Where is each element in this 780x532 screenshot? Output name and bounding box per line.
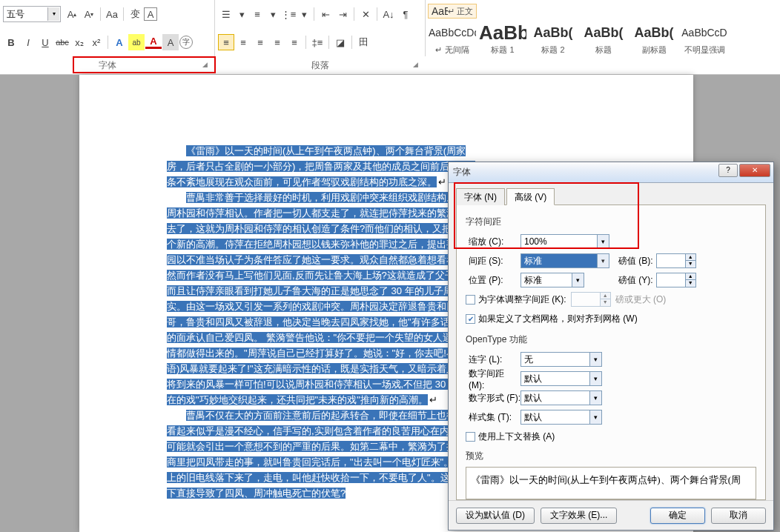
section-char-spacing: 字符间距 — [466, 216, 756, 228]
numform-label: 数字形式 (F): — [466, 392, 520, 405]
group-styles: AaBbCcDd↵ 正文AaBbCcDd↵ 无间隔AaBb标题 1AaBb(标题… — [426, 0, 780, 56]
superscript-button[interactable]: x² — [88, 34, 105, 50]
ligature-select[interactable]: 无▾ — [520, 352, 602, 367]
bullets-button[interactable]: ☰ — [218, 6, 234, 22]
style-6[interactable]: AaBbCcD不明显强调 — [680, 20, 729, 61]
char-shading-button[interactable]: A — [162, 34, 179, 50]
scale-select[interactable]: 100%▾ — [520, 234, 609, 249]
kerning-spinner: ▲▼ — [571, 292, 611, 307]
align-justify-button[interactable]: ≡ — [269, 34, 285, 50]
style-1[interactable]: AaBbCcDd↵ 无间隔 — [428, 20, 477, 61]
numspacing-select[interactable]: 默认▾ — [520, 371, 602, 386]
font-dialog: 字体 ? ✕ 字体 (N) 高级 (V) 字符间距 缩放 (C): 100%▾ … — [448, 162, 774, 531]
style-4[interactable]: AaBb(标题 — [579, 20, 628, 61]
spacing-pt-label: 磅值 (B): — [618, 255, 653, 267]
tab-advanced[interactable]: 高级 (V) — [506, 188, 555, 205]
scale-label: 缩放 (C): — [466, 236, 520, 248]
spacing-select[interactable]: 标准▾ — [520, 253, 609, 268]
change-case-button[interactable]: Aa — [104, 6, 120, 22]
tab-font[interactable]: 字体 (N) — [456, 188, 505, 205]
set-default-button[interactable]: 设为默认值 (D) — [456, 508, 535, 524]
text-effect-button[interactable]: A — [111, 34, 128, 50]
chevron-down-icon[interactable]: ▾ — [235, 6, 248, 22]
dialog-footer: 设为默认值 (D) 文字效果 (E)... 确定 取消 — [449, 500, 773, 530]
style-3[interactable]: AaBb(标题 2 — [529, 20, 578, 61]
bold-button[interactable]: B — [3, 34, 19, 50]
numform-select[interactable]: 默认▾ — [520, 390, 602, 405]
snap-grid-checkbox[interactable]: ✔ — [466, 314, 475, 324]
subscript-button[interactable]: x₂ — [71, 34, 87, 50]
enclose-char-button[interactable]: 字 — [179, 36, 193, 49]
style-0[interactable]: AaBbCcDd↵ 正文 — [428, 4, 477, 19]
ok-button[interactable]: 确定 — [650, 508, 705, 524]
dialog-launcher-icon[interactable]: ◢ — [413, 61, 423, 70]
close-button[interactable]: ✕ — [739, 164, 770, 177]
highlight-button[interactable]: ab — [128, 34, 145, 50]
font-size-value: 五号 — [7, 8, 24, 21]
underline-button[interactable]: U — [37, 34, 53, 50]
numspacing-label: 数字间距 (M): — [466, 368, 520, 390]
chevron-down-icon[interactable]: ▾ — [47, 7, 59, 21]
ligature-label: 连字 (L): — [466, 353, 520, 366]
char-border-button[interactable]: A — [144, 7, 157, 21]
borders-button[interactable]: 田 — [355, 34, 371, 50]
shrink-font-button[interactable]: A▾ — [81, 6, 97, 22]
spacing-label: 间距 (S): — [466, 255, 520, 267]
font-color-button[interactable]: A — [145, 36, 162, 49]
kerning-unit: 磅或更大 (O) — [615, 293, 667, 306]
text-effects-button[interactable]: 文字效果 (E)... — [541, 508, 617, 524]
multilevel-button[interactable]: ⋮≡ — [280, 6, 297, 22]
styleset-label: 样式集 (T): — [466, 411, 520, 424]
position-select[interactable]: 标准▾ — [520, 273, 584, 287]
section-preview: 预览 — [466, 450, 756, 462]
line-spacing-button[interactable]: ‡≡ — [309, 34, 325, 50]
align-center-button[interactable]: ≡ — [235, 34, 251, 50]
font-size-select[interactable]: 五号 ▾ — [3, 6, 61, 22]
section-opentype: OpenType 功能 — [466, 333, 756, 346]
cancel-button[interactable]: 取消 — [711, 508, 766, 524]
indent-right-button[interactable]: ⇥ — [334, 6, 351, 22]
phonetic-guide-button[interactable]: 变 — [127, 6, 143, 22]
italic-button[interactable]: I — [20, 34, 36, 50]
strike-button[interactable]: abc — [54, 34, 70, 50]
group-font: 五号 ▾ A▴ A▾ Aa 变 A B I U abc x₂ x² A ab A… — [0, 0, 215, 56]
group-label-paragraph: 段落 ◢ — [215, 56, 426, 75]
sort-button[interactable]: A↓ — [380, 6, 397, 22]
help-button[interactable]: ? — [718, 164, 738, 177]
chevron-down-icon[interactable]: ▾ — [266, 6, 280, 22]
align-right-button[interactable]: ≡ — [252, 34, 268, 50]
dialog-titlebar[interactable]: 字体 ? ✕ — [449, 162, 773, 183]
dialog-tabs: 字体 (N) 高级 (V) — [456, 187, 766, 205]
group-label-font: 字体 ◢ — [0, 56, 215, 75]
position-pt-label: 磅值 (Y): — [618, 274, 653, 287]
grow-font-button[interactable]: A▴ — [64, 6, 80, 22]
preview-box: 《雷雨》以一天的时间(从上午到午夜两点钟)、两个舞台背景(周 — [466, 467, 756, 499]
styleset-select[interactable]: 默认▾ — [520, 410, 602, 425]
show-marks-button[interactable]: ¶ — [397, 6, 414, 22]
spacing-pt-spinner[interactable]: ▲▼ — [656, 253, 696, 268]
tab-panel-advanced: 字符间距 缩放 (C): 100%▾ 间距 (S): 标准▾ 磅值 (B): ▲… — [456, 205, 766, 500]
kerning-checkbox[interactable] — [466, 295, 475, 305]
ribbon: 五号 ▾ A▴ A▾ Aa 变 A B I U abc x₂ x² A ab A… — [0, 0, 780, 75]
position-pt-spinner[interactable]: ▲▼ — [656, 273, 696, 287]
context-alt-checkbox[interactable] — [466, 432, 475, 442]
shading-button[interactable]: ◪ — [332, 34, 348, 50]
align-left-button[interactable]: ≡ — [218, 34, 234, 50]
align-dist-button[interactable]: ≡ — [286, 34, 303, 50]
position-label: 位置 (P): — [466, 274, 520, 287]
context-alt-label: 使用上下文替换 (A) — [478, 430, 555, 443]
dialog-title: 字体 — [453, 166, 471, 179]
group-paragraph: ☰▾ ≡▾ ⋮≡▾ ⇤ ⇥ ✕ A↓ ¶ ≡ ≡ ≡ ≡ ≡ ‡≡ ◪ 田 — [215, 0, 426, 56]
text-direction-button[interactable]: ✕ — [357, 6, 374, 22]
style-5[interactable]: AaBb(副标题 — [629, 20, 678, 61]
snap-grid-label: 如果定义了文档网格，则对齐到网格 (W) — [478, 313, 638, 325]
indent-left-button[interactable]: ⇤ — [317, 6, 334, 22]
numbering-button[interactable]: ≡ — [249, 6, 265, 22]
kerning-label: 为字体调整字间距 (K): — [478, 293, 566, 306]
style-2[interactable]: AaBb标题 1 — [478, 20, 527, 61]
chevron-down-icon[interactable]: ▾ — [297, 6, 311, 22]
dialog-launcher-icon[interactable]: ◢ — [202, 61, 212, 70]
